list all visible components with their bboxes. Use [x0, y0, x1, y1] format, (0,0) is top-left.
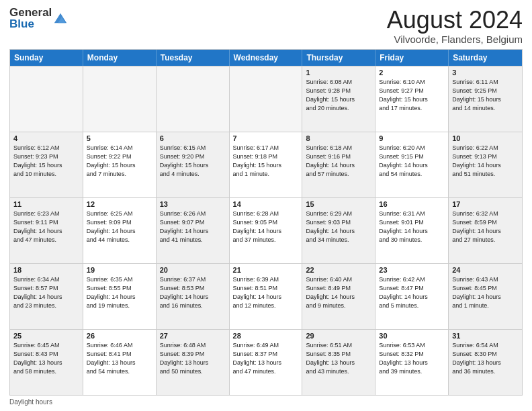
cal-header-cell: Tuesday — [157, 50, 230, 66]
cal-cell: 19Sunrise: 6:35 AM Sunset: 8:55 PM Dayli… — [83, 264, 157, 329]
logo-text: General Blue — [9, 7, 52, 30]
day-number: 23 — [379, 266, 445, 274]
day-number: 5 — [87, 134, 152, 142]
day-number: 10 — [452, 134, 519, 142]
day-number: 22 — [306, 266, 371, 274]
cal-cell: 29Sunrise: 6:51 AM Sunset: 8:35 PM Dayli… — [302, 330, 375, 395]
cal-cell — [10, 66, 83, 132]
cal-cell — [157, 66, 230, 132]
page: General Blue August 2024 Vilvoorde, Flan… — [0, 0, 532, 411]
cal-cell: 31Sunrise: 6:54 AM Sunset: 8:30 PM Dayli… — [449, 330, 522, 395]
cal-cell: 16Sunrise: 6:31 AM Sunset: 9:01 PM Dayli… — [375, 198, 449, 263]
cal-header-cell: Wednesday — [230, 50, 303, 66]
day-number: 6 — [160, 134, 226, 142]
day-number: 30 — [379, 332, 445, 340]
cal-header-cell: Thursday — [302, 50, 375, 66]
cal-cell: 9Sunrise: 6:20 AM Sunset: 9:15 PM Daylig… — [375, 132, 449, 197]
day-number: 17 — [452, 200, 519, 208]
cal-cell: 14Sunrise: 6:28 AM Sunset: 9:05 PM Dayli… — [230, 198, 303, 263]
cell-detail: Sunrise: 6:42 AM Sunset: 8:47 PM Dayligh… — [379, 275, 445, 310]
cell-detail: Sunrise: 6:35 AM Sunset: 8:55 PM Dayligh… — [87, 275, 152, 310]
cell-detail: Sunrise: 6:29 AM Sunset: 9:03 PM Dayligh… — [306, 210, 371, 244]
day-number: 19 — [87, 266, 152, 274]
cal-row: 25Sunrise: 6:45 AM Sunset: 8:43 PM Dayli… — [10, 329, 522, 395]
month-title: August 2024 — [387, 7, 523, 34]
day-number: 28 — [233, 332, 299, 340]
cal-cell: 13Sunrise: 6:26 AM Sunset: 9:07 PM Dayli… — [157, 198, 230, 263]
footer: Daylight hours — [9, 398, 523, 406]
cell-detail: Sunrise: 6:49 AM Sunset: 8:37 PM Dayligh… — [233, 341, 299, 376]
cal-cell: 25Sunrise: 6:45 AM Sunset: 8:43 PM Dayli… — [10, 330, 83, 395]
cal-cell: 27Sunrise: 6:48 AM Sunset: 8:39 PM Dayli… — [157, 330, 230, 395]
cell-detail: Sunrise: 6:43 AM Sunset: 8:45 PM Dayligh… — [452, 275, 519, 310]
day-number: 15 — [306, 200, 371, 208]
cal-row: 4Sunrise: 6:12 AM Sunset: 9:23 PM Daylig… — [10, 132, 522, 197]
day-number: 13 — [160, 200, 226, 208]
cell-detail: Sunrise: 6:32 AM Sunset: 8:59 PM Dayligh… — [452, 210, 519, 244]
cal-cell: 24Sunrise: 6:43 AM Sunset: 8:45 PM Dayli… — [449, 264, 522, 329]
header: General Blue August 2024 Vilvoorde, Flan… — [9, 7, 523, 45]
day-number: 24 — [452, 266, 519, 274]
location-title: Vilvoorde, Flanders, Belgium — [387, 34, 523, 45]
logo-blue: Blue — [9, 18, 52, 30]
cal-cell: 3Sunrise: 6:11 AM Sunset: 9:25 PM Daylig… — [449, 66, 522, 132]
cell-detail: Sunrise: 6:20 AM Sunset: 9:15 PM Dayligh… — [379, 144, 445, 179]
cell-detail: Sunrise: 6:37 AM Sunset: 8:53 PM Dayligh… — [160, 275, 226, 310]
cell-detail: Sunrise: 6:14 AM Sunset: 9:22 PM Dayligh… — [87, 144, 152, 179]
cell-detail: Sunrise: 6:11 AM Sunset: 9:25 PM Dayligh… — [452, 78, 519, 113]
cal-cell: 15Sunrise: 6:29 AM Sunset: 9:03 PM Dayli… — [302, 198, 375, 263]
day-number: 25 — [13, 332, 79, 340]
logo-area: General Blue — [9, 7, 68, 30]
cal-cell: 26Sunrise: 6:46 AM Sunset: 8:41 PM Dayli… — [83, 330, 157, 395]
day-number: 18 — [13, 266, 79, 274]
cell-detail: Sunrise: 6:26 AM Sunset: 9:07 PM Dayligh… — [160, 210, 226, 244]
cell-detail: Sunrise: 6:15 AM Sunset: 9:20 PM Dayligh… — [160, 144, 226, 179]
cell-detail: Sunrise: 6:18 AM Sunset: 9:16 PM Dayligh… — [306, 144, 371, 179]
cal-cell: 2Sunrise: 6:10 AM Sunset: 9:27 PM Daylig… — [375, 66, 449, 132]
daylight-label: Daylight hours — [9, 398, 52, 406]
day-number: 7 — [233, 134, 299, 142]
cal-header-cell: Monday — [83, 50, 157, 66]
day-number: 8 — [306, 134, 371, 142]
day-number: 2 — [379, 68, 445, 77]
day-number: 11 — [13, 200, 79, 208]
calendar: SundayMondayTuesdayWednesdayThursdayFrid… — [9, 49, 523, 396]
cell-detail: Sunrise: 6:45 AM Sunset: 8:43 PM Dayligh… — [13, 341, 79, 376]
cell-detail: Sunrise: 6:53 AM Sunset: 8:32 PM Dayligh… — [379, 341, 445, 376]
cal-row: 18Sunrise: 6:34 AM Sunset: 8:57 PM Dayli… — [10, 263, 522, 329]
cal-header-cell: Saturday — [449, 50, 522, 66]
cal-cell: 18Sunrise: 6:34 AM Sunset: 8:57 PM Dayli… — [10, 264, 83, 329]
cal-cell: 23Sunrise: 6:42 AM Sunset: 8:47 PM Dayli… — [375, 264, 449, 329]
cal-cell — [230, 66, 303, 132]
day-number: 3 — [452, 68, 519, 77]
cal-cell: 21Sunrise: 6:39 AM Sunset: 8:51 PM Dayli… — [230, 264, 303, 329]
cell-detail: Sunrise: 6:31 AM Sunset: 9:01 PM Dayligh… — [379, 210, 445, 244]
cell-detail: Sunrise: 6:54 AM Sunset: 8:30 PM Dayligh… — [452, 341, 519, 376]
cell-detail: Sunrise: 6:34 AM Sunset: 8:57 PM Dayligh… — [13, 275, 79, 310]
cell-detail: Sunrise: 6:48 AM Sunset: 8:39 PM Dayligh… — [160, 341, 226, 376]
day-number: 31 — [452, 332, 519, 340]
cal-cell: 12Sunrise: 6:25 AM Sunset: 9:09 PM Dayli… — [83, 198, 157, 263]
cal-cell: 11Sunrise: 6:23 AM Sunset: 9:11 PM Dayli… — [10, 198, 83, 263]
cell-detail: Sunrise: 6:51 AM Sunset: 8:35 PM Dayligh… — [306, 341, 371, 376]
cell-detail: Sunrise: 6:46 AM Sunset: 8:41 PM Dayligh… — [87, 341, 152, 376]
day-number: 14 — [233, 200, 299, 208]
cal-cell: 1Sunrise: 6:08 AM Sunset: 9:28 PM Daylig… — [302, 66, 375, 132]
cell-detail: Sunrise: 6:23 AM Sunset: 9:11 PM Dayligh… — [13, 210, 79, 244]
day-number: 27 — [160, 332, 226, 340]
cell-detail: Sunrise: 6:39 AM Sunset: 8:51 PM Dayligh… — [233, 275, 299, 310]
cal-header-cell: Sunday — [10, 50, 83, 66]
cal-cell — [83, 66, 157, 132]
day-number: 4 — [13, 134, 79, 142]
day-number: 26 — [87, 332, 152, 340]
cal-cell: 5Sunrise: 6:14 AM Sunset: 9:22 PM Daylig… — [83, 132, 157, 197]
calendar-header-row: SundayMondayTuesdayWednesdayThursdayFrid… — [10, 50, 522, 66]
day-number: 9 — [379, 134, 445, 142]
logo-general: General — [9, 7, 52, 18]
cell-detail: Sunrise: 6:12 AM Sunset: 9:23 PM Dayligh… — [13, 144, 79, 179]
cell-detail: Sunrise: 6:17 AM Sunset: 9:18 PM Dayligh… — [233, 144, 299, 179]
cal-cell: 22Sunrise: 6:40 AM Sunset: 8:49 PM Dayli… — [302, 264, 375, 329]
cal-header-cell: Friday — [375, 50, 449, 66]
cell-detail: Sunrise: 6:25 AM Sunset: 9:09 PM Dayligh… — [87, 210, 152, 244]
cal-cell: 4Sunrise: 6:12 AM Sunset: 9:23 PM Daylig… — [10, 132, 83, 197]
